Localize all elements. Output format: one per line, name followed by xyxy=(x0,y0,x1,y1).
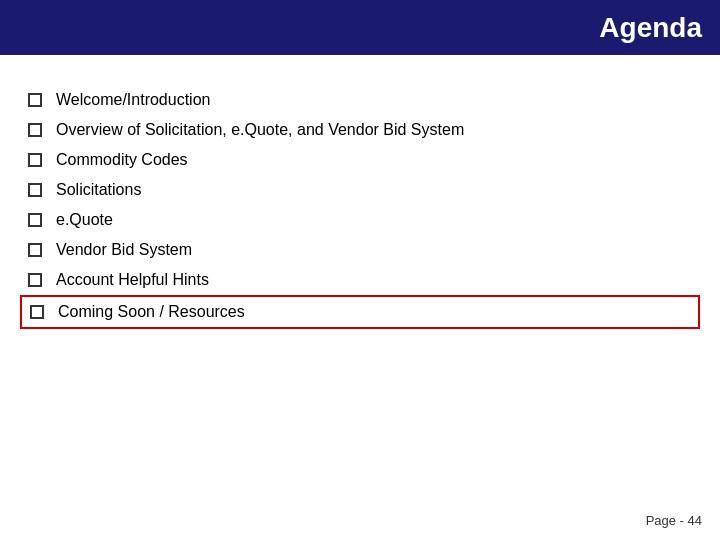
bullet-icon xyxy=(28,273,42,287)
agenda-item: Welcome/Introduction xyxy=(20,85,700,115)
bullet-icon xyxy=(28,123,42,137)
agenda-item-label: Overview of Solicitation, e.Quote, and V… xyxy=(56,121,464,139)
agenda-item: Vendor Bid System xyxy=(20,235,700,265)
bullet-icon xyxy=(28,153,42,167)
bullet-icon xyxy=(28,243,42,257)
agenda-item-label: Account Helpful Hints xyxy=(56,271,209,289)
agenda-item-label: Commodity Codes xyxy=(56,151,188,169)
bullet-icon xyxy=(28,213,42,227)
agenda-item-label: Coming Soon / Resources xyxy=(58,303,245,321)
header-bar: Agenda xyxy=(0,0,720,55)
agenda-item: e.Quote xyxy=(20,205,700,235)
agenda-list: Welcome/IntroductionOverview of Solicita… xyxy=(20,85,700,329)
agenda-item-label: Welcome/Introduction xyxy=(56,91,210,109)
page-title: Agenda xyxy=(599,12,702,44)
agenda-item-label: Vendor Bid System xyxy=(56,241,192,259)
agenda-item-label: e.Quote xyxy=(56,211,113,229)
agenda-item: Commodity Codes xyxy=(20,145,700,175)
bullet-icon xyxy=(28,93,42,107)
bullet-icon xyxy=(28,183,42,197)
agenda-item-label: Solicitations xyxy=(56,181,141,199)
content-area: Welcome/IntroductionOverview of Solicita… xyxy=(0,55,720,339)
agenda-item: Overview of Solicitation, e.Quote, and V… xyxy=(20,115,700,145)
agenda-item: Account Helpful Hints xyxy=(20,265,700,295)
page-footer: Page - 44 xyxy=(646,513,702,528)
agenda-item: Coming Soon / Resources xyxy=(20,295,700,329)
bullet-icon xyxy=(30,305,44,319)
agenda-item: Solicitations xyxy=(20,175,700,205)
